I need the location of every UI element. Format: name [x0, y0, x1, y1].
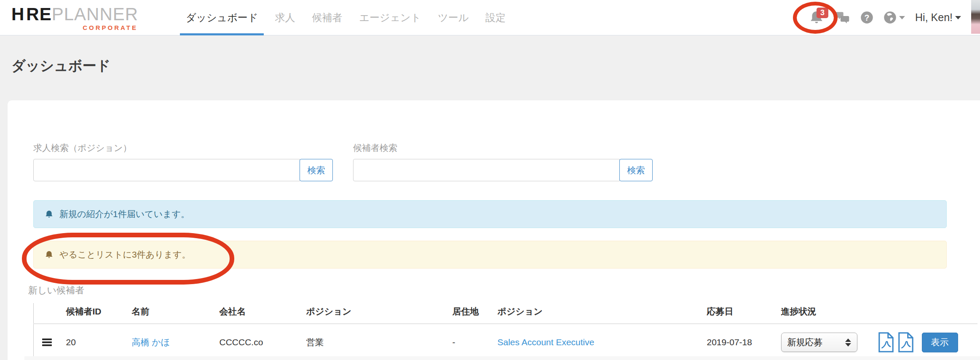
- table-row: 20 高橋 かほ CCCCC.co 営業 - Sales Account Exe…: [34, 324, 977, 360]
- col-name: 名前: [129, 303, 216, 324]
- notifications-button[interactable]: 3: [809, 10, 824, 25]
- app-header: H RE PLANNER CORPORATE ダッシュボード 求人 候補者 エー…: [0, 0, 980, 35]
- user-menu-caret-icon: [955, 16, 961, 19]
- logo-text-h: H: [11, 5, 24, 23]
- col-applied-date: 応募日: [704, 303, 778, 324]
- cell-applied-date: 2019-07-18: [704, 324, 778, 360]
- logo-text-planner: PLANNER: [52, 5, 138, 23]
- candidate-search-input[interactable]: [353, 159, 620, 181]
- nav-tab-tools[interactable]: ツール: [432, 0, 474, 35]
- info-alert-text: 新規の紹介が1件届いています。: [59, 208, 190, 220]
- main-nav: ダッシュボード 求人 候補者 エージェント ツール 設定: [180, 0, 517, 35]
- show-button[interactable]: 表示: [922, 333, 958, 352]
- col-residence: 居住地: [449, 303, 494, 324]
- candidate-search-button[interactable]: 検索: [619, 159, 653, 181]
- candidate-name-link[interactable]: 高橋 かほ: [132, 337, 170, 347]
- chat-bubbles-icon: [834, 11, 850, 25]
- help-button[interactable]: ?: [860, 11, 873, 24]
- language-selector[interactable]: [884, 11, 905, 24]
- globe-icon: [884, 11, 897, 24]
- job-search-section: 求人検索（ポジション） 検索: [33, 142, 333, 181]
- messages-button[interactable]: [834, 11, 850, 25]
- user-menu[interactable]: Hi, Ken!: [915, 11, 961, 24]
- cell-company: CCCCC.co: [216, 324, 303, 360]
- job-search-button[interactable]: 検索: [300, 159, 333, 181]
- candidate-search-label: 候補者検索: [353, 142, 653, 154]
- select-arrows-icon: [845, 339, 851, 347]
- table-title: 新しい候補者: [28, 284, 84, 297]
- pdf-file-icon[interactable]: [878, 332, 894, 352]
- todo-alert-text: やることリストに3件あります。: [59, 249, 191, 261]
- todo-alert[interactable]: やることリストに3件あります。: [33, 241, 947, 269]
- cell-residence: -: [449, 324, 494, 360]
- svg-text:?: ?: [865, 13, 870, 22]
- nav-tab-candidates[interactable]: 候補者: [306, 0, 348, 35]
- col-actions: [918, 303, 977, 324]
- col-candidate-id: 候補者ID: [63, 303, 129, 324]
- job-search-input[interactable]: [33, 159, 300, 181]
- status-select[interactable]: 新規応募: [781, 333, 857, 352]
- nav-tab-settings[interactable]: 設定: [479, 0, 511, 35]
- cell-candidate-id: 20: [63, 324, 129, 360]
- next-row-strip: [24, 356, 980, 360]
- logo[interactable]: H RE PLANNER CORPORATE: [11, 4, 138, 31]
- col-position: ポジション: [303, 303, 449, 324]
- status-select-value: 新規応募: [787, 336, 845, 348]
- col-job-position: ポジション: [494, 303, 704, 324]
- greeting-text: Hi, Ken!: [915, 11, 953, 24]
- pdf-file-icon[interactable]: [897, 332, 914, 352]
- candidate-search-section: 候補者検索 検索: [353, 142, 653, 181]
- col-company: 会社名: [216, 303, 303, 324]
- nav-tab-dashboard[interactable]: ダッシュボード: [180, 0, 264, 35]
- nav-tab-jobs[interactable]: 求人: [269, 0, 301, 35]
- header-right: 3 ? Hi, Ken!: [809, 0, 980, 35]
- bell-icon: [45, 210, 54, 219]
- job-position-link[interactable]: Sales Account Executive: [498, 337, 594, 347]
- bell-icon: [45, 250, 54, 259]
- job-search-label: 求人検索（ポジション）: [33, 142, 333, 154]
- page-title: ダッシュボード: [11, 56, 111, 75]
- table-header-row: 候補者ID 名前 会社名 ポジション 居住地 ポジション 応募日 進捗状況: [34, 303, 977, 324]
- cell-position: 営業: [303, 324, 449, 360]
- logo-text-re: RE: [26, 5, 51, 23]
- notification-count-badge: 3: [817, 8, 828, 19]
- col-menu: [34, 303, 63, 324]
- question-mark-icon: ?: [860, 11, 873, 24]
- nav-tab-agents[interactable]: エージェント: [353, 0, 427, 35]
- col-status: 進捗状況: [778, 303, 874, 324]
- info-alert[interactable]: 新規の紹介が1件届いています。: [33, 200, 947, 228]
- row-menu-icon[interactable]: [42, 339, 59, 346]
- globe-caret-icon: [899, 16, 905, 19]
- avatar[interactable]: [971, 0, 980, 34]
- dashboard-card: 求人検索（ポジション） 検索 候補者検索 検索 新規の紹介が1件届いています。 …: [8, 100, 980, 360]
- logo-subtitle: CORPORATE: [11, 24, 138, 31]
- candidates-table: 候補者ID 名前 会社名 ポジション 居住地 ポジション 応募日 進捗状況 20…: [33, 303, 977, 360]
- col-documents: [874, 303, 918, 324]
